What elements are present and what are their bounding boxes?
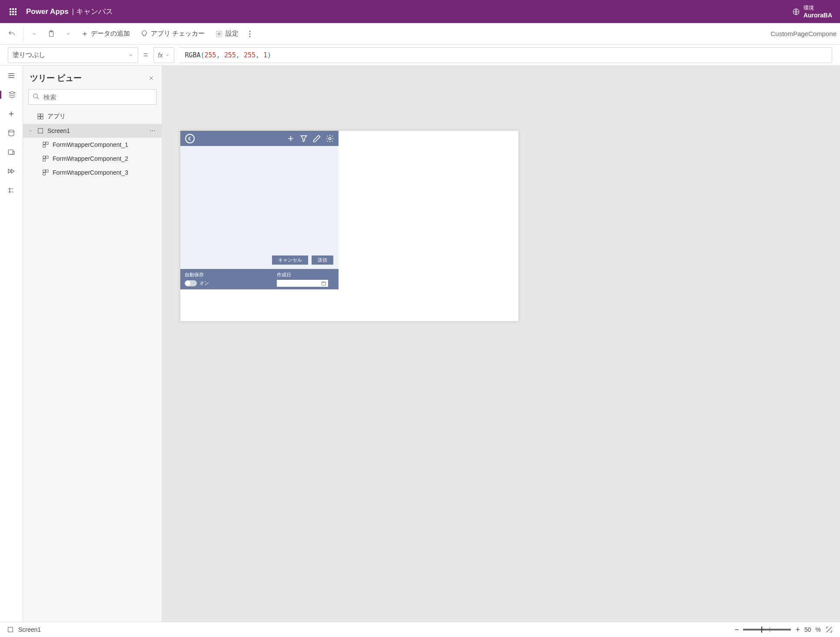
- back-circle-icon[interactable]: [185, 133, 195, 144]
- undo-dropdown[interactable]: [27, 29, 41, 39]
- svg-point-11: [33, 94, 37, 98]
- screen-icon: [37, 127, 44, 134]
- zoom-in-button[interactable]: +: [795, 625, 800, 634]
- add-data-button[interactable]: データの追加: [77, 27, 134, 40]
- zoom-pct: %: [816, 626, 821, 633]
- date-input[interactable]: [277, 280, 328, 287]
- canvas-area[interactable]: キャンセル 送信 自動保存 オン 作成日: [162, 66, 840, 622]
- tree-app-label: アプリ: [47, 113, 66, 120]
- svg-rect-19: [43, 145, 45, 147]
- page-name-label: CustomPageCompone: [770, 30, 837, 37]
- svg-rect-21: [46, 156, 48, 158]
- zoom-value: 50: [804, 626, 811, 633]
- chevron-down-icon: [165, 53, 169, 57]
- svg-rect-25: [43, 173, 45, 175]
- close-icon: [148, 75, 155, 82]
- settings-label: 設定: [226, 30, 239, 38]
- fx-button[interactable]: fx: [153, 47, 175, 63]
- waffle-icon[interactable]: [4, 8, 22, 15]
- undo-button[interactable]: [3, 27, 20, 40]
- svg-rect-15: [41, 117, 43, 119]
- status-bar: Screen1 − + 50 %: [0, 622, 840, 637]
- status-screen-label: Screen1: [18, 626, 41, 633]
- property-selector[interactable]: 塗りつぶし: [8, 47, 138, 63]
- form-header: [180, 131, 339, 146]
- property-value: 塗りつぶし: [13, 51, 45, 59]
- svg-point-6: [249, 36, 251, 37]
- svg-point-26: [186, 134, 194, 143]
- tree-node-component-2[interactable]: FormWrapperComponent_2: [23, 152, 162, 166]
- formula-fn: RGBA: [185, 51, 200, 59]
- app-icon: [37, 113, 44, 120]
- insert-icon[interactable]: [0, 110, 23, 118]
- add-data-label: データの追加: [91, 30, 130, 38]
- tree-node-component-3[interactable]: FormWrapperComponent_3: [23, 166, 162, 179]
- more-button[interactable]: [245, 28, 255, 40]
- tree-node-more[interactable]: ⋯: [149, 127, 156, 134]
- tree-view-icon[interactable]: [0, 91, 23, 99]
- canvas-screen[interactable]: キャンセル 送信 自動保存 オン 作成日: [180, 131, 518, 321]
- tree-screen-label: Screen1: [47, 127, 70, 134]
- tree-child-label: FormWrapperComponent_2: [53, 155, 128, 162]
- svg-rect-24: [46, 170, 48, 172]
- paste-button[interactable]: [43, 27, 60, 40]
- paste-dropdown[interactable]: [61, 29, 75, 39]
- svg-rect-20: [43, 156, 45, 158]
- fit-to-window-button[interactable]: [825, 626, 833, 634]
- component-icon: [42, 155, 49, 162]
- media-icon[interactable]: [0, 148, 23, 156]
- environment-name: AuroraBA: [803, 12, 832, 19]
- component-icon: [42, 141, 49, 148]
- formula-input[interactable]: RGBA(255, 255, 255, 1): [179, 47, 832, 63]
- settings-button[interactable]: 設定: [211, 27, 243, 40]
- svg-point-4: [249, 30, 251, 32]
- command-toolbar: データの追加 アプリ チェッカー 設定 CustomPageCompone: [0, 23, 840, 45]
- close-panel-button[interactable]: [148, 75, 155, 82]
- gear-icon[interactable]: [325, 134, 334, 143]
- edit-icon[interactable]: [312, 134, 321, 143]
- svg-point-9: [9, 188, 10, 189]
- svg-point-7: [9, 130, 14, 132]
- svg-rect-28: [322, 282, 326, 285]
- svg-rect-17: [43, 142, 45, 144]
- plus-icon[interactable]: [286, 134, 295, 143]
- autosave-label: 自動保存: [185, 272, 259, 278]
- svg-point-3: [218, 33, 220, 35]
- tree-node-component-1[interactable]: FormWrapperComponent_1: [23, 138, 162, 152]
- equals-sign: =: [143, 50, 148, 60]
- chevron-down-icon[interactable]: [28, 129, 33, 133]
- autosave-toggle[interactable]: [185, 280, 197, 286]
- svg-rect-22: [43, 159, 45, 161]
- search-icon: [33, 93, 40, 100]
- svg-rect-29: [8, 627, 13, 632]
- submit-button[interactable]: 送信: [312, 255, 333, 265]
- screen-icon: [7, 626, 14, 633]
- tree-search-input[interactable]: [28, 89, 156, 105]
- zoom-slider[interactable]: [743, 629, 791, 630]
- form-footer: 自動保存 オン 作成日: [180, 269, 339, 289]
- hamburger-icon[interactable]: [0, 72, 23, 80]
- tree-node-screen1[interactable]: Screen1 ⋯: [23, 124, 162, 138]
- zoom-out-button[interactable]: −: [734, 625, 739, 634]
- svg-point-10: [9, 191, 10, 192]
- tree-child-label: FormWrapperComponent_1: [53, 141, 128, 148]
- globe-icon: [792, 8, 800, 16]
- cancel-button[interactable]: キャンセル: [272, 255, 308, 265]
- app-checker-label: アプリ チェッカー: [151, 30, 205, 38]
- tree-child-label: FormWrapperComponent_3: [53, 169, 128, 176]
- environment-picker[interactable]: 環境 AuroraBA: [792, 4, 832, 19]
- power-automate-icon[interactable]: [0, 167, 23, 175]
- filter-icon[interactable]: [299, 134, 308, 143]
- formula-bar: 塗りつぶし = fx RGBA(255, 255, 255, 1): [0, 45, 840, 66]
- app-header: Power Apps | キャンバス 環境 AuroraBA: [0, 0, 840, 23]
- environment-label: 環境: [803, 4, 832, 12]
- app-checker-button[interactable]: アプリ チェッカー: [136, 27, 209, 40]
- form-body: [180, 146, 339, 254]
- svg-rect-16: [38, 129, 43, 133]
- chevron-down-icon: [128, 53, 133, 58]
- variables-icon[interactable]: [0, 186, 23, 194]
- data-icon[interactable]: [0, 129, 23, 137]
- tree-title: ツリー ビュー: [30, 73, 82, 84]
- svg-rect-14: [38, 117, 40, 119]
- tree-node-app[interactable]: アプリ: [23, 109, 162, 124]
